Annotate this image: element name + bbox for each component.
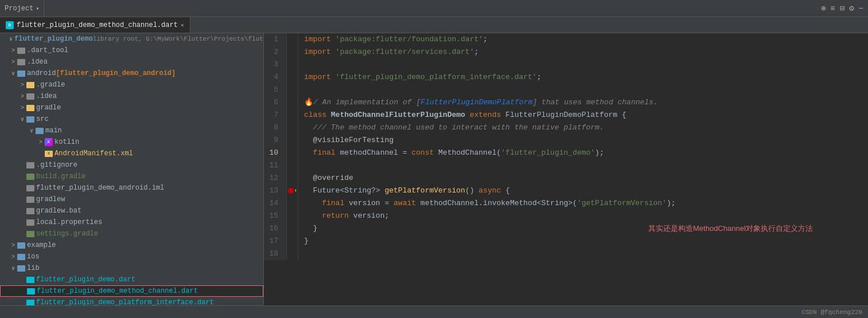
line-num-15: 15: [264, 210, 282, 222]
kotlin-arrow: >: [37, 139, 45, 146]
sidebar-item-idea2[interactable]: > .idea: [0, 91, 263, 102]
sidebar-item-flutter-plugin-demo-dart[interactable]: flutter_plugin_demo.dart: [0, 274, 263, 285]
sidebar-item-src[interactable]: ∨ src: [0, 113, 263, 125]
code-line-3: [304, 58, 868, 71]
line-num-7: 7: [264, 109, 282, 121]
token: MethodChannelFlutterPluginDemo: [331, 109, 470, 121]
sidebar-item-android[interactable]: ∨ android [flutter_plugin_demo_android]: [0, 68, 263, 79]
sidebar-item-example[interactable]: > example: [0, 240, 263, 251]
code-lines: import 'package:flutter/foundation.dart'…: [298, 33, 868, 260]
top-toolbar: ⊕ ≡ ⊟ ⚙ −: [816, 3, 868, 13]
android-icon: [17, 70, 25, 77]
chinese-annotation: 其实还是构造MethodChannel对象执行自定义方法: [648, 222, 813, 235]
sidebar-item-settings-gradle[interactable]: settings.gradle: [0, 228, 263, 240]
sidebar-item-build-gradle[interactable]: build.gradle: [0, 171, 263, 182]
sidebar-item-gradle[interactable]: > gradle: [0, 102, 263, 113]
code-line-12: @override: [304, 172, 868, 184]
token: @visibleForTesting: [304, 134, 394, 147]
token: Future: [313, 184, 340, 197]
sidebar-item-root[interactable]: ∨ flutter_plugin_demo library root, G:\M…: [0, 33, 263, 45]
main-icon: [36, 128, 44, 134]
token: methodChannel.invokeMethod<String>(: [421, 197, 577, 210]
token: }: [304, 222, 317, 235]
sidebar-item-gradle-hidden[interactable]: > .gradle: [0, 79, 263, 91]
src-icon: [26, 116, 34, 123]
token: @override: [304, 172, 353, 184]
gutter: ⬆: [287, 33, 298, 260]
kotlin-label: kotlin: [55, 138, 79, 146]
token: getPlatformVersion: [384, 184, 465, 197]
dart-tool-label: .dart_tool: [27, 46, 68, 54]
gradle-icon: [26, 105, 34, 111]
tab-close-button[interactable]: ✕: [181, 22, 184, 29]
line-num-18: 18: [264, 248, 282, 260]
android-module-label: [flutter_plugin_demo_android]: [56, 69, 176, 77]
idea-label: .idea: [27, 58, 48, 66]
token: [304, 147, 313, 159]
token: 'flutter_plugin_demo_platform_interface.…: [336, 71, 537, 84]
gradlew-bat-icon: [26, 208, 34, 214]
idea-arrow: >: [9, 59, 17, 65]
sidebar-item-method-channel-dart[interactable]: flutter_plugin_demo_method_channel.dart: [0, 285, 263, 297]
gradle-arrow: >: [18, 105, 26, 111]
kotlin-icon: K: [45, 138, 53, 146]
sidebar-item-kotlin[interactable]: > K kotlin: [0, 136, 263, 148]
line-num-1: 1: [264, 33, 282, 46]
settings-icon[interactable]: ⚙: [849, 3, 854, 13]
code-line-5: [304, 84, 868, 96]
gutter-6: [287, 96, 298, 109]
locate-icon[interactable]: ⊕: [821, 3, 826, 13]
build-gradle-icon: [26, 174, 34, 180]
lib-arrow: ∨: [9, 265, 17, 272]
sidebar-item-lib[interactable]: ∨ lib: [0, 262, 263, 274]
expand-icon[interactable]: ⊟: [840, 3, 844, 13]
sidebar-item-gradlew[interactable]: gradlew: [0, 194, 263, 205]
sidebar-item-android-manifest[interactable]: X AndroidManifest.xml: [0, 148, 263, 159]
token: async: [478, 184, 505, 197]
token: 'package:flutter/foundation.dart': [336, 33, 483, 46]
android-iml-label: flutter_plugin_demo_android.iml: [36, 184, 164, 192]
sidebar-item-dart-tool[interactable]: > .dart_tool: [0, 45, 263, 56]
marker-13: ⬆: [294, 184, 297, 197]
line-numbers: 1 2 3 4 5 6 7 8 9 10 11 12 13 14 15 16 1…: [264, 33, 287, 260]
project-dropdown-arrow[interactable]: ▾: [36, 5, 39, 12]
line-num-14: 14: [264, 197, 282, 210]
sidebar-item-main[interactable]: ∨ main: [0, 125, 263, 136]
tab-method-channel[interactable]: D flutter_plugin_demo_method_channel.dar…: [0, 17, 190, 33]
platform-interface-label: flutter_plugin_demo_platform_interface.d…: [36, 299, 214, 305]
sidebar-item-platform-interface-dart[interactable]: flutter_plugin_demo_platform_interface.d…: [0, 297, 263, 305]
code-line-15: return version;: [304, 210, 868, 222]
gutter-17: [287, 235, 298, 248]
sidebar-item-idea[interactable]: > .idea: [0, 56, 263, 68]
example-label: example: [27, 241, 56, 249]
line-num-3: 3: [264, 58, 282, 71]
token: FlutterPluginDemoPlatform: [421, 96, 532, 109]
ios-icon: [17, 254, 25, 260]
gutter-13: ⬆: [287, 184, 298, 197]
token: [304, 210, 322, 222]
gitignore-icon: [26, 162, 34, 168]
line-num-5: 5: [264, 84, 282, 96]
xml-icon: X: [45, 151, 53, 157]
bottom-bar: CSDN @fqcheng220: [0, 305, 868, 318]
gitignore-label: .gitignore: [36, 161, 77, 169]
sidebar-item-gitignore[interactable]: .gitignore: [0, 159, 263, 171]
line-num-10: 10: [264, 147, 282, 159]
sidebar-item-android-iml[interactable]: flutter_plugin_demo_android.iml: [0, 182, 263, 194]
sidebar-item-gradlew-bat[interactable]: gradlew.bat: [0, 205, 263, 217]
main-label: main: [45, 127, 62, 135]
close-icon[interactable]: −: [859, 4, 863, 13]
collapse-icon[interactable]: ≡: [830, 4, 835, 13]
project-sidebar[interactable]: ∨ flutter_plugin_demo library root, G:\M…: [0, 33, 264, 305]
local-props-icon: [26, 219, 34, 226]
gutter-18: [287, 248, 298, 260]
tab-bar: D flutter_plugin_demo_method_channel.dar…: [0, 17, 868, 33]
local-props-label: local.properties: [36, 218, 102, 226]
token: [304, 197, 322, 210]
project-label[interactable]: Project ▾: [0, 0, 44, 17]
line-num-12: 12: [264, 172, 282, 184]
sidebar-item-local-properties[interactable]: local.properties: [0, 217, 263, 228]
code-line-4: import 'flutter_plugin_demo_platform_int…: [304, 71, 868, 84]
code-editor[interactable]: 1 2 3 4 5 6 7 8 9 10 11 12 13 14 15 16 1…: [264, 33, 868, 305]
sidebar-item-ios[interactable]: > ios: [0, 251, 263, 262]
